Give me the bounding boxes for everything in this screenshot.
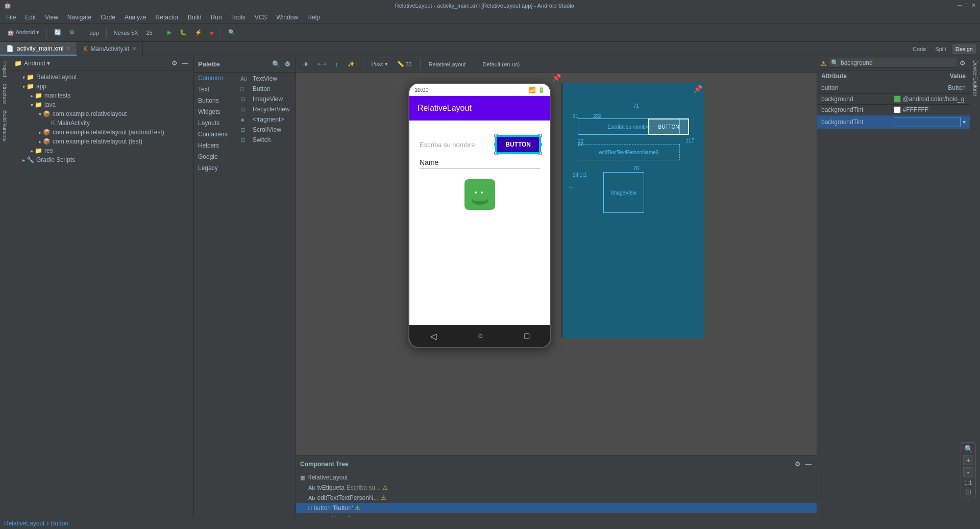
split-view-btn[interactable]: Split bbox=[932, 44, 949, 54]
backgroundtint-color-swatch[interactable] bbox=[894, 106, 901, 113]
arrow-test[interactable]: ▸ bbox=[37, 138, 43, 145]
back-btn[interactable]: ◁ bbox=[430, 331, 436, 341]
menu-run[interactable]: Run bbox=[207, 13, 226, 22]
breadcrumb-button[interactable]: Button bbox=[51, 520, 68, 527]
ct-item-tvetiqueta[interactable]: Ab tvEtiqueta Escriba su... ⚠ bbox=[296, 483, 817, 493]
search-everywhere-btn[interactable]: 🔍 bbox=[225, 27, 238, 38]
tree-item-pkg[interactable]: ▾ 📦 com.example.relativelayout bbox=[10, 109, 193, 118]
profile-btn[interactable]: ⚡ bbox=[192, 27, 205, 38]
palette-cat-helpers[interactable]: Helpers bbox=[194, 140, 232, 151]
menu-analyze[interactable]: Analyze bbox=[120, 13, 151, 22]
tree-item-pkg-androidtest[interactable]: ▸ 📦 com.example.relativelayout (androidT… bbox=[10, 128, 193, 137]
menu-code[interactable]: Code bbox=[96, 13, 119, 22]
zoom-out-btn[interactable]: - bbox=[963, 467, 973, 477]
structure-tab[interactable]: Structure bbox=[1, 82, 9, 105]
arrow-pkg[interactable]: ▾ bbox=[37, 111, 43, 117]
pixel-selector[interactable]: Pixel ▾ bbox=[369, 59, 391, 69]
ct-item-relativelayout[interactable]: ▦ RelativeLayout bbox=[296, 472, 817, 483]
minimize-btn[interactable]: ─ bbox=[958, 2, 962, 9]
arrow-at[interactable]: ▸ bbox=[37, 129, 43, 135]
attributes-search-input[interactable] bbox=[841, 59, 954, 66]
close-btn[interactable]: ✕ bbox=[971, 2, 976, 9]
locale-selector[interactable]: Default (en-us) bbox=[479, 60, 523, 69]
eye-btn[interactable]: 👁 bbox=[300, 60, 312, 69]
sync-btn[interactable]: 🔄 bbox=[51, 27, 64, 38]
run-config-btn[interactable]: app bbox=[86, 28, 102, 38]
menu-help[interactable]: Help bbox=[303, 13, 324, 22]
tab-main-activity[interactable]: K MainActivity.kt ✕ bbox=[77, 42, 143, 56]
palette-cat-common[interactable]: Common bbox=[194, 73, 232, 84]
tab-main-close-icon[interactable]: ✕ bbox=[132, 46, 136, 52]
design-view-btn[interactable]: Design bbox=[952, 44, 976, 54]
sdk-version-btn[interactable]: 25 bbox=[143, 28, 155, 38]
palette-item-recyclerview[interactable]: ⊡ RecyclerView bbox=[232, 104, 298, 114]
stop-btn[interactable]: ■ bbox=[207, 28, 217, 38]
recent-btn[interactable]: □ bbox=[525, 331, 530, 341]
palette-item-switch[interactable]: ⊡ Switch bbox=[232, 135, 298, 145]
palette-cat-google[interactable]: Google bbox=[194, 151, 232, 162]
menu-refactor[interactable]: Refactor bbox=[152, 13, 183, 22]
menu-build[interactable]: Build bbox=[184, 13, 206, 22]
fit-screen-icon[interactable]: ⊡ bbox=[965, 488, 971, 496]
home-btn[interactable]: ○ bbox=[478, 331, 483, 341]
menu-vcs[interactable]: VCS bbox=[251, 13, 272, 22]
menu-tools[interactable]: Tools bbox=[227, 13, 250, 22]
arrow-icon[interactable]: ▾ bbox=[20, 74, 27, 80]
background-color-swatch[interactable] bbox=[894, 95, 901, 103]
tree-item-res[interactable]: ▸ 📁 res bbox=[10, 146, 193, 155]
tree-item-java[interactable]: ▾ 📁 java bbox=[10, 100, 193, 109]
tab-close-icon[interactable]: ✕ bbox=[66, 45, 70, 51]
bp-button-selected[interactable]: BUTTON bbox=[648, 118, 689, 135]
ct-minimize-btn[interactable]: — bbox=[804, 459, 813, 469]
maximize-btn[interactable]: □ bbox=[965, 2, 968, 9]
arrow-java[interactable]: ▾ bbox=[29, 102, 35, 108]
arrow-res[interactable]: ▸ bbox=[29, 148, 35, 154]
palette-search-btn[interactable]: 🔍 bbox=[271, 59, 281, 69]
palette-item-fragment[interactable]: ◈ <fragment> bbox=[232, 114, 298, 125]
tree-item-app[interactable]: ▾ 📁 app bbox=[10, 82, 193, 91]
android-sdk-btn[interactable]: 🤖 Android ▾ bbox=[4, 27, 42, 38]
ct-item-imageview[interactable]: ⊡ imageView ⚠ bbox=[296, 513, 817, 517]
palette-cat-legacy[interactable]: Legacy bbox=[194, 162, 232, 174]
arrow-manifests[interactable]: ▸ bbox=[29, 92, 35, 99]
menu-window[interactable]: Window bbox=[272, 13, 302, 22]
settings-btn[interactable]: ⚙ bbox=[66, 27, 78, 38]
device-explorer-tab[interactable]: Device Explorer bbox=[972, 60, 978, 97]
palette-settings-btn[interactable]: ⚙ bbox=[283, 59, 291, 69]
backgroundtint-dropdown-btn[interactable]: ▾ bbox=[963, 118, 966, 126]
ct-settings-btn[interactable]: ⚙ bbox=[794, 459, 802, 469]
menu-edit[interactable]: Edit bbox=[21, 13, 40, 22]
palette-item-scrollview[interactable]: ⊡ ScrollView bbox=[232, 125, 298, 135]
phone-button[interactable]: BUTTON bbox=[496, 136, 540, 153]
zoom-reset-btn[interactable]: 1:1 bbox=[964, 479, 972, 486]
flip-btn[interactable]: ⟷ bbox=[315, 59, 329, 69]
palette-item-imageview[interactable]: ⊡ ImageView bbox=[232, 94, 298, 104]
ct-item-edittext[interactable]: Ab editTextTextPersonN... ⚠ bbox=[296, 493, 817, 503]
zoom-in-btn[interactable]: + bbox=[963, 455, 973, 465]
search-container[interactable]: 🔍 bbox=[829, 58, 957, 68]
arrow-app[interactable]: ▾ bbox=[20, 83, 27, 89]
project-settings-btn[interactable]: ⚙ bbox=[170, 58, 179, 68]
device-selector-btn[interactable]: Nexus 5X bbox=[111, 28, 141, 38]
tab-activity-main[interactable]: 📄 activity_main.xml ✕ bbox=[0, 42, 77, 56]
palette-item-button[interactable]: □ Button bbox=[232, 84, 298, 94]
palette-cat-buttons[interactable]: Buttons bbox=[194, 95, 232, 106]
zoom-selector[interactable]: 📏 30 bbox=[394, 59, 414, 69]
palette-cat-containers[interactable]: Containers bbox=[194, 129, 232, 140]
menu-navigate[interactable]: Navigate bbox=[63, 13, 95, 22]
tree-item-mainactivity[interactable]: K MainActivity bbox=[10, 118, 193, 128]
tree-item-gradle[interactable]: ▸ 🔧 Gradle Scripts bbox=[10, 155, 193, 164]
palette-item-textview[interactable]: Ab TextView bbox=[232, 74, 298, 84]
palette-cat-widgets[interactable]: Widgets bbox=[194, 106, 232, 117]
backgroundtint-input[interactable] bbox=[894, 117, 961, 127]
tree-item-pkg-test[interactable]: ▸ 📦 com.example.relativelayout (test) bbox=[10, 137, 193, 146]
menu-file[interactable]: File bbox=[2, 13, 20, 22]
rp-settings-btn[interactable]: ⚙ bbox=[959, 58, 967, 68]
ct-item-button[interactable]: □ button 'Button' ⚠ bbox=[296, 503, 817, 513]
code-view-btn[interactable]: Code bbox=[910, 44, 929, 54]
magic-btn[interactable]: ✨ bbox=[345, 59, 358, 69]
debug-btn[interactable]: 🐛 bbox=[177, 27, 190, 38]
project-collapse-btn[interactable]: — bbox=[181, 58, 189, 68]
breadcrumb-rl[interactable]: RelativeLayout bbox=[4, 520, 44, 527]
align-top-btn[interactable]: ↕ bbox=[332, 60, 341, 69]
